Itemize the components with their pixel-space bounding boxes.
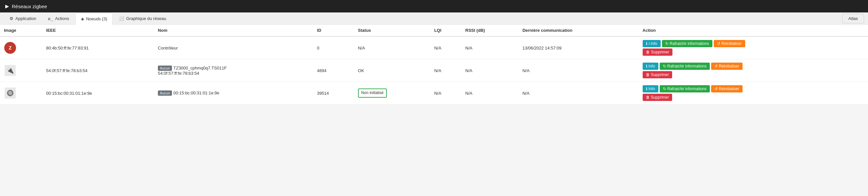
- action-row2-0: 🗑 Supprimer: [643, 49, 864, 56]
- cell-status-1: OK: [354, 59, 430, 82]
- action-row1-0: ℹ i Info ↻ Rafraichir informations ↺ Réi…: [643, 40, 864, 47]
- action-row2-1: 🗑 Supprimer: [643, 71, 864, 78]
- sensor-icon: 🔘: [5, 87, 16, 99]
- refresh-button-0[interactable]: ↻ Rafraichir informations: [662, 40, 712, 47]
- cell-derniere-0: 13/06/2022 14:57:09: [519, 36, 639, 59]
- col-lqi: LQI: [430, 25, 462, 36]
- table-row: 🔌 54:0f:57:ff:fe:78:b3:54 AucunTZ3000_cp…: [0, 59, 868, 82]
- cell-nom-1: AucunTZ3000_cphmq0q7.TS011F 54:0f:57:ff:…: [154, 59, 313, 82]
- table-row: 🔘 00:15:bc:00:31:01:1e:9e Aucun00:15:bc:…: [0, 82, 868, 105]
- col-nom: Nom: [154, 25, 313, 36]
- tab-actions[interactable]: ≥_ Actions: [42, 12, 75, 24]
- tab-graphique-label: Graphique du réseau: [126, 16, 166, 21]
- action-row2-2: 🗑 Supprimer: [643, 94, 864, 101]
- status-badge-2: Non initialisé: [358, 88, 387, 98]
- tab-noeuds[interactable]: ◈ Noeuds (3): [75, 13, 113, 25]
- cell-rssi-2: N/A: [462, 82, 519, 105]
- col-rssi: RSSI (dB): [462, 25, 519, 36]
- info-button-0[interactable]: ℹ i Info: [643, 40, 661, 47]
- col-derniere: Dernière communication: [519, 25, 639, 36]
- delete-button-0[interactable]: 🗑 Supprimer: [643, 49, 673, 56]
- tab-noeuds-label: Noeuds (3): [86, 17, 107, 21]
- tab-application[interactable]: ⚙ Application: [4, 12, 42, 24]
- cell-rssi-1: N/A: [462, 59, 519, 82]
- device-name2-1: 54:0f:57:ff:fe:78:b3:54: [158, 71, 199, 76]
- refresh-button-1[interactable]: ↻ Rafraichir informations: [660, 63, 710, 70]
- cell-action-0: ℹ i Info ↻ Rafraichir informations ↺ Réi…: [639, 36, 868, 59]
- action-row1-1: ℹ Info ↻ Rafraichir informations ↺ Réini…: [643, 63, 864, 70]
- cell-lqi-1: N/A: [430, 59, 462, 82]
- info-button-2[interactable]: ℹ Info: [643, 85, 658, 92]
- info-button-1[interactable]: ℹ Info: [643, 63, 658, 70]
- tabs-row: ⚙ Application ≥_ Actions ◈ Noeuds (3) ⬜ …: [0, 12, 868, 25]
- badge-aucun-2: Aucun: [158, 90, 172, 96]
- cell-action-1: ℹ Info ↻ Rafraichir informations ↺ Réini…: [639, 59, 868, 82]
- title-bar: ▶ Réseaux zigbee: [0, 0, 868, 12]
- reinit-button-2[interactable]: ↺ Réinitialiser: [711, 85, 742, 92]
- main-content: Image IEEE Nom ID Status LQI RSSI (dB) D…: [0, 25, 868, 105]
- cell-ieee-0: 80:4b:50:ff:fe:77:83:91: [42, 36, 154, 59]
- col-ieee: IEEE: [42, 25, 154, 36]
- cell-image-1: 🔌: [0, 59, 42, 82]
- cell-derniere-2: N/A: [519, 82, 639, 105]
- cell-lqi-2: N/A: [430, 82, 462, 105]
- col-status: Status: [354, 25, 430, 36]
- table-row: Z 80:4b:50:ff:fe:77:83:91 Contrôleur 0 N…: [0, 36, 868, 59]
- noeuds-icon: ◈: [81, 17, 84, 21]
- cell-status-0: N/A: [354, 36, 430, 59]
- cell-action-2: ℹ Info ↻ Rafraichir informations ↺ Réini…: [639, 82, 868, 105]
- cell-id-2: 39514: [313, 82, 354, 105]
- page-title: Réseaux zigbee: [12, 4, 47, 9]
- reinit-button-1[interactable]: ↺ Réinitialiser: [711, 63, 742, 70]
- delete-button-2[interactable]: 🗑 Supprimer: [643, 94, 673, 101]
- device-icon-2: 🔘: [4, 87, 17, 99]
- cell-ieee-1: 54:0f:57:ff:fe:78:b3:54: [42, 59, 154, 82]
- cell-image-2: 🔘: [0, 82, 42, 105]
- cell-nom-0: Contrôleur: [154, 36, 313, 59]
- col-action: Action: [639, 25, 868, 36]
- table-header-row: Image IEEE Nom ID Status LQI RSSI (dB) D…: [0, 25, 868, 36]
- atlas-button[interactable]: Atlas: [842, 14, 864, 23]
- action-row1-2: ℹ Info ↻ Rafraichir informations ↺ Réini…: [643, 85, 864, 92]
- col-id: ID: [313, 25, 354, 36]
- application-icon: ⚙: [9, 16, 13, 21]
- device-icon-1: 🔌: [4, 64, 17, 77]
- col-image: Image: [0, 25, 42, 36]
- cell-derniere-1: N/A: [519, 59, 639, 82]
- cell-nom-2: Aucun00:15:bc:00:31:01:1e:9e: [154, 82, 313, 105]
- cell-id-1: 4894: [313, 59, 354, 82]
- tab-graphique[interactable]: ⬜ Graphique du réseau: [113, 12, 172, 24]
- cell-id-0: 0: [313, 36, 354, 59]
- device-name-2: 00:15:bc:00:31:01:1e:9e: [173, 90, 219, 95]
- title-arrow: ▶: [5, 3, 9, 9]
- device-icon-0: Z: [4, 41, 17, 54]
- device-name-1: TZ3000_cphmq0q7.TS011F: [173, 65, 227, 71]
- refresh-button-2[interactable]: ↻ Rafraichir informations: [660, 85, 710, 92]
- cell-status-2: Non initialisé: [354, 82, 430, 105]
- cell-lqi-0: N/A: [430, 36, 462, 59]
- plug-icon: 🔌: [5, 65, 16, 76]
- cell-rssi-0: N/A: [462, 36, 519, 59]
- cell-ieee-2: 00:15:bc:00:31:01:1e:9e: [42, 82, 154, 105]
- terminal-icon: ≥_: [48, 16, 53, 21]
- tab-application-label: Application: [16, 16, 36, 21]
- cell-image-0: Z: [0, 36, 42, 59]
- graphique-icon: ⬜: [119, 16, 124, 21]
- delete-button-1[interactable]: 🗑 Supprimer: [643, 71, 673, 78]
- nodes-table: Image IEEE Nom ID Status LQI RSSI (dB) D…: [0, 25, 868, 105]
- reinit-button-0[interactable]: ↺ Réinitialiser: [714, 40, 745, 47]
- badge-aucun-1: Aucun: [158, 65, 172, 71]
- zigbee-logo-icon: Z: [4, 42, 16, 54]
- tab-actions-label: Actions: [55, 16, 69, 21]
